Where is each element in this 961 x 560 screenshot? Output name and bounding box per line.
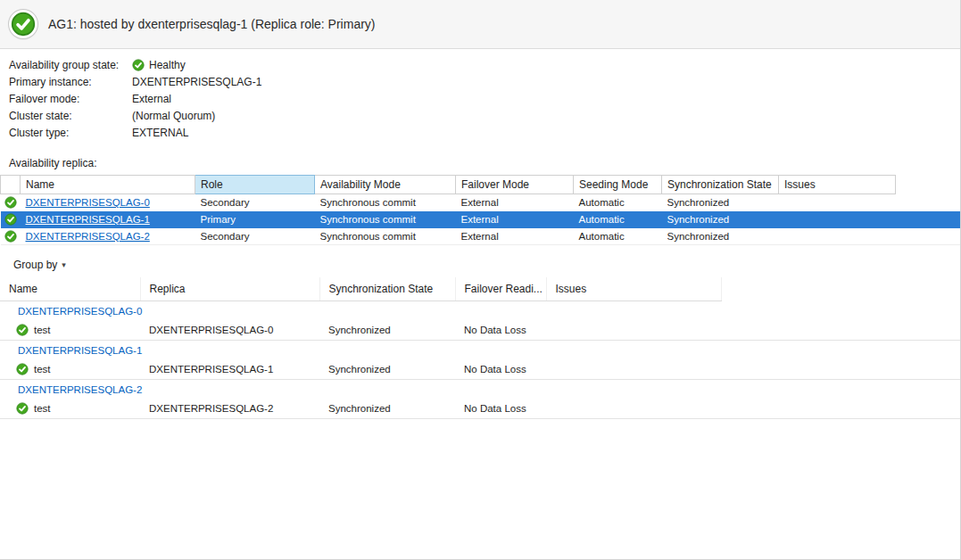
summary-label: Failover mode: bbox=[9, 93, 132, 105]
replica-col-name[interactable]: Name bbox=[21, 176, 195, 194]
db-name: test bbox=[34, 325, 51, 335]
availability-group-dashboard: AG1: hosted by dxenterprisesqlag-1 (Repl… bbox=[0, 0, 961, 560]
replica-col-failover-mode[interactable]: Failover Mode bbox=[456, 176, 574, 194]
db-failover-readiness-cell: No Data Loss bbox=[455, 359, 546, 379]
replica-name-link[interactable]: DXENTERPRISESQLAG-1 bbox=[26, 214, 150, 225]
summary-value: Healthy bbox=[132, 59, 186, 71]
replica-name-link[interactable]: DXENTERPRISESQLAG-0 bbox=[26, 197, 150, 208]
cluster-state-value: (Normal Quorum) bbox=[132, 110, 215, 122]
db-row[interactable]: test DXENTERPRISESQLAG-2 Synchronized No… bbox=[0, 399, 961, 418]
replica-status-cell bbox=[1, 228, 21, 245]
db-synchronization-state-cell: Synchronized bbox=[319, 399, 455, 418]
filler-cell bbox=[896, 228, 961, 245]
healthy-check-icon bbox=[16, 363, 29, 375]
db-col-name[interactable]: Name bbox=[0, 277, 140, 301]
healthy-check-icon bbox=[4, 196, 17, 209]
healthy-status-icon bbox=[9, 10, 37, 38]
healthy-check-icon bbox=[4, 230, 17, 243]
db-row[interactable]: test DXENTERPRISESQLAG-1 Synchronized No… bbox=[0, 359, 961, 379]
db-name-cell: test bbox=[0, 399, 140, 418]
filler-cell bbox=[896, 211, 961, 228]
chevron-down-icon: ▾ bbox=[62, 261, 66, 269]
replica-col-seeding-mode[interactable]: Seeding Mode bbox=[574, 176, 662, 194]
filler-cell bbox=[896, 176, 961, 194]
db-table-header-row: Name Replica Synchronization State Failo… bbox=[0, 277, 961, 301]
replica-col-availability-mode[interactable]: Availability Mode bbox=[315, 176, 456, 194]
db-col-synchronization-state[interactable]: Synchronization State bbox=[319, 277, 455, 301]
summary-row-cluster-type: Cluster type: EXTERNAL bbox=[9, 124, 951, 141]
db-group-header[interactable]: DXENTERPRISESQLAG-2 bbox=[0, 379, 961, 399]
db-name-cell: test bbox=[0, 320, 140, 340]
healthy-check-icon bbox=[16, 324, 29, 336]
db-synchronization-state-cell: Synchronized bbox=[319, 320, 455, 340]
db-group-header[interactable]: DXENTERPRISESQLAG-0 bbox=[0, 301, 961, 320]
db-failover-readiness-cell: No Data Loss bbox=[455, 320, 546, 340]
replica-col-synchronization-state[interactable]: Synchronization State bbox=[662, 176, 779, 194]
db-row[interactable]: test DXENTERPRISESQLAG-0 Synchronized No… bbox=[0, 320, 961, 340]
summary-label: Cluster type: bbox=[9, 127, 132, 139]
replica-issues-cell bbox=[779, 228, 896, 245]
db-name: test bbox=[34, 403, 51, 414]
replica-issues-cell bbox=[779, 211, 896, 228]
filler-cell bbox=[721, 399, 961, 418]
replica-row-selected[interactable]: DXENTERPRISESQLAG-1 Primary Synchronous … bbox=[1, 211, 961, 228]
db-issues-cell bbox=[546, 320, 721, 340]
replica-col-issues[interactable]: Issues bbox=[779, 176, 896, 194]
replica-seeding-mode-cell: Automatic bbox=[574, 211, 662, 228]
replica-role-cell: Secondary bbox=[195, 228, 315, 245]
replica-synchronization-state-cell: Synchronized bbox=[662, 211, 779, 228]
replica-table-header-row: Name Role Availability Mode Failover Mod… bbox=[1, 176, 961, 194]
summary-section: Availability group state: Healthy Primar… bbox=[0, 49, 960, 144]
group-by-button[interactable]: Group by ▾ bbox=[9, 256, 70, 274]
db-issues-cell bbox=[546, 399, 721, 418]
summary-row-primary-instance: Primary instance: DXENTERPRISESQLAG-1 bbox=[9, 73, 951, 90]
summary-row-failover-mode: Failover mode: External bbox=[9, 90, 951, 107]
replica-failover-mode-cell: External bbox=[456, 194, 574, 211]
replica-status-cell bbox=[1, 194, 21, 211]
db-replica-cell: DXENTERPRISESQLAG-2 bbox=[140, 399, 319, 418]
db-synchronization-state-cell: Synchronized bbox=[319, 359, 455, 379]
db-replica-cell: DXENTERPRISESQLAG-1 bbox=[140, 359, 319, 379]
availability-replica-label: Availability replica: bbox=[9, 157, 960, 169]
replica-availability-mode-cell: Synchronous commit bbox=[315, 194, 456, 211]
replica-failover-mode-cell: External bbox=[456, 211, 574, 228]
summary-label: Primary instance: bbox=[9, 76, 132, 88]
db-col-replica[interactable]: Replica bbox=[140, 277, 319, 301]
replica-col-role[interactable]: Role bbox=[195, 176, 315, 194]
failover-mode-value: External bbox=[132, 93, 171, 105]
replica-issues-cell bbox=[779, 194, 896, 211]
filler-cell bbox=[721, 320, 961, 340]
replica-name-cell: DXENTERPRISESQLAG-2 bbox=[21, 228, 195, 245]
db-failover-readiness-cell: No Data Loss bbox=[455, 399, 546, 418]
filler-cell bbox=[721, 359, 961, 379]
healthy-check-icon bbox=[4, 213, 17, 226]
db-group-header[interactable]: DXENTERPRISESQLAG-1 bbox=[0, 340, 961, 359]
replica-synchronization-state-cell: Synchronized bbox=[662, 228, 779, 245]
db-col-issues[interactable]: Issues bbox=[546, 277, 721, 301]
group-by-label: Group by bbox=[13, 259, 57, 271]
db-col-failover-readiness[interactable]: Failover Readi... bbox=[455, 277, 546, 301]
cluster-type-value: EXTERNAL bbox=[132, 127, 188, 139]
replica-row[interactable]: DXENTERPRISESQLAG-0 Secondary Synchronou… bbox=[1, 194, 961, 211]
replica-availability-mode-cell: Synchronous commit bbox=[315, 211, 456, 228]
filler-cell bbox=[721, 277, 961, 301]
summary-label: Cluster state: bbox=[9, 110, 132, 122]
db-name: test bbox=[34, 364, 51, 375]
replica-name-link[interactable]: DXENTERPRISESQLAG-2 bbox=[26, 231, 150, 242]
replica-failover-mode-cell: External bbox=[456, 228, 574, 245]
summary-row-cluster-state: Cluster state: (Normal Quorum) bbox=[9, 107, 951, 124]
replica-synchronization-state-cell: Synchronized bbox=[662, 194, 779, 211]
replica-row[interactable]: DXENTERPRISESQLAG-2 Secondary Synchronou… bbox=[1, 228, 961, 245]
replica-role-cell: Primary bbox=[195, 211, 315, 228]
healthy-check-icon bbox=[132, 59, 145, 71]
summary-label: Availability group state: bbox=[9, 59, 132, 71]
summary-row-group-state: Availability group state: Healthy bbox=[9, 56, 951, 73]
healthy-check-icon bbox=[16, 402, 29, 415]
db-issues-cell bbox=[546, 359, 721, 379]
db-name-cell: test bbox=[0, 359, 140, 379]
db-replica-cell: DXENTERPRISESQLAG-0 bbox=[140, 320, 319, 340]
replica-col-icon[interactable] bbox=[1, 176, 21, 194]
replica-name-cell: DXENTERPRISESQLAG-1 bbox=[21, 211, 195, 228]
replica-name-cell: DXENTERPRISESQLAG-0 bbox=[21, 194, 195, 211]
group-state-value: Healthy bbox=[149, 59, 186, 71]
